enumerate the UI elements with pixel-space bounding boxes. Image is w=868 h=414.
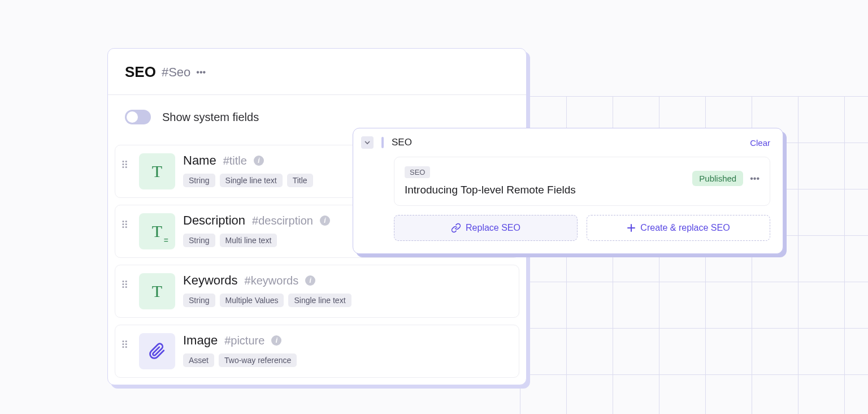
system-fields-toggle[interactable] — [125, 110, 151, 124]
drag-handle-icon[interactable] — [121, 273, 131, 288]
field-hash-label: #picture — [224, 334, 264, 347]
multiline-text-icon: T= — [139, 213, 175, 249]
schema-header: SEO #Seo ••• — [108, 49, 526, 95]
drag-handle-icon[interactable] — [121, 213, 131, 228]
chevron-down-icon[interactable] — [361, 136, 374, 149]
link-icon — [451, 223, 461, 233]
field-tag: String — [183, 234, 215, 247]
field-tag: String — [183, 294, 215, 307]
schema-title: SEO — [125, 63, 156, 81]
info-icon[interactable]: i — [254, 156, 264, 166]
attachment-icon — [139, 333, 175, 369]
create-replace-button[interactable]: Create & replace SEO — [587, 215, 770, 241]
field-name-label: Keywords — [183, 273, 238, 288]
plus-icon — [627, 223, 636, 232]
field-name-label: Name — [183, 153, 216, 168]
text-field-icon: T — [139, 273, 175, 309]
create-button-label: Create & replace SEO — [640, 223, 730, 233]
field-tag: Title — [287, 174, 313, 187]
reference-card: SEO Clear SEO Introducing Top-level Remo… — [353, 128, 783, 254]
schema-hash: #Seo — [162, 65, 190, 80]
clear-link[interactable]: Clear — [750, 138, 770, 148]
field-tag: Single line text — [288, 294, 351, 307]
field-card-keywords[interactable]: T Keywords #keywords i String Multiple V… — [115, 265, 519, 318]
reference-heading: SEO — [392, 137, 742, 148]
linked-entry[interactable]: SEO Introducing Top-level Remote Fields … — [394, 157, 770, 206]
info-icon[interactable]: i — [271, 335, 281, 346]
field-tag: Multi line text — [220, 234, 277, 247]
field-hash-label: #descirption — [252, 214, 313, 227]
field-name-label: Image — [183, 333, 218, 348]
field-card-image[interactable]: Image #picture i Asset Two-way reference — [115, 325, 519, 378]
field-tag: Single line text — [220, 174, 283, 187]
field-tag: String — [183, 174, 215, 187]
drag-handle-icon[interactable] — [121, 153, 131, 168]
more-icon[interactable]: ••• — [196, 67, 206, 77]
drag-handle-icon[interactable] — [121, 333, 131, 348]
status-badge: Published — [692, 171, 743, 186]
entry-title: Introducing Top-level Remote Fields — [405, 184, 576, 196]
info-icon[interactable]: i — [320, 215, 330, 226]
reference-header: SEO Clear — [361, 136, 770, 149]
field-name-label: Description — [183, 213, 245, 228]
action-buttons: Replace SEO Create & replace SEO — [394, 215, 770, 241]
field-tag: Two-way reference — [219, 353, 297, 367]
entry-type-badge: SEO — [405, 166, 430, 178]
field-hash-label: #title — [223, 154, 247, 167]
toggle-knob — [127, 111, 138, 123]
more-icon[interactable]: ••• — [750, 174, 760, 184]
toggle-label: Show system fields — [162, 111, 259, 124]
accent-bar — [381, 137, 384, 148]
replace-button-label: Replace SEO — [466, 223, 520, 233]
replace-button[interactable]: Replace SEO — [394, 215, 578, 241]
text-field-icon: T — [139, 153, 175, 189]
field-tag: Multiple Values — [220, 294, 284, 307]
field-tag: Asset — [183, 353, 214, 367]
info-icon[interactable]: i — [305, 275, 315, 286]
field-hash-label: #keywords — [245, 274, 299, 287]
